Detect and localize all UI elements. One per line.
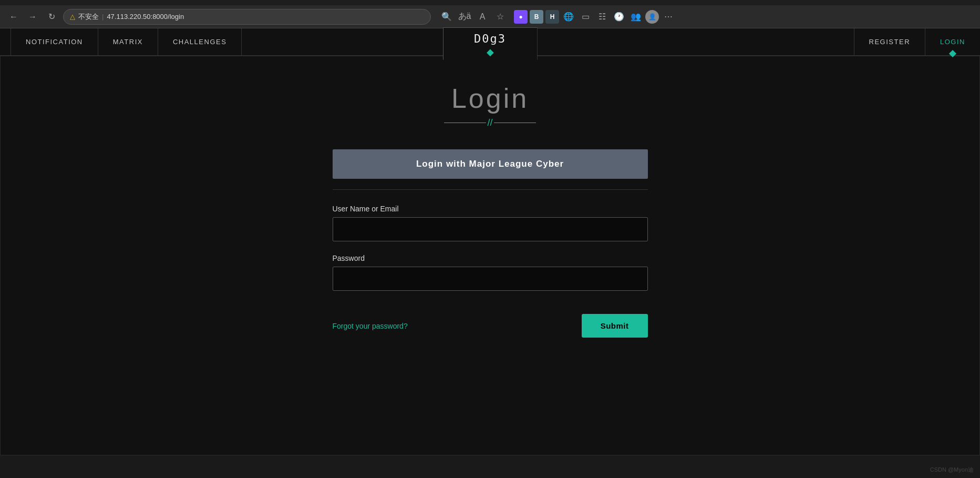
more-options-icon[interactable]: ⋯ (661, 9, 676, 24)
ext-icon-globe[interactable]: 🌐 (561, 9, 576, 24)
logo-box: D0g3 ◆ (443, 27, 538, 74)
app-navbar: NOTIFICATION MATRIX CHALLENGES D0g3 ◆ RE… (0, 28, 980, 56)
ext-icon-b[interactable]: B (530, 10, 543, 24)
forward-button[interactable]: → (25, 9, 40, 24)
username-input[interactable] (333, 217, 648, 241)
user-avatar[interactable]: 👤 (645, 10, 659, 24)
browser-toolbar: 🔍 あä A ☆ (439, 9, 508, 24)
favorites-icon[interactable]: ☆ (493, 9, 508, 24)
reload-button[interactable]: ↻ (44, 9, 59, 24)
divider-line-right (494, 123, 536, 123)
username-group: User Name or Email (333, 205, 648, 241)
password-input[interactable] (333, 267, 648, 291)
extension-icons: ● B H 🌐 ▭ ☷ 🕐 👥 👤 ⋯ (514, 9, 676, 24)
divider-slash: // (486, 117, 493, 128)
password-group: Password (333, 254, 648, 291)
nav-notification[interactable]: NOTIFICATION (11, 28, 98, 56)
security-warning-text: 不安全 (78, 12, 99, 22)
ext-icon-history[interactable]: 🕐 (612, 9, 626, 24)
nav-login[interactable]: LOGIN (925, 28, 980, 56)
nav-right: REGISTER LOGIN (854, 28, 980, 56)
ext-icon-1[interactable]: ● (514, 10, 528, 24)
logo-container: D0g3 ◆ (443, 27, 538, 74)
nav-challenges[interactable]: CHALLENGES (158, 28, 242, 56)
forgot-password-link[interactable]: Forgot your password? (333, 322, 408, 330)
watermark: CSDN @Myon迪 (930, 466, 974, 474)
mlc-login-button[interactable]: Login with Major League Cyber (333, 149, 648, 179)
browser-tab-bar (0, 0, 980, 5)
form-divider (333, 189, 648, 190)
ext-icon-people[interactable]: 👥 (628, 9, 643, 24)
nav-matrix[interactable]: MATRIX (98, 28, 158, 56)
ext-icon-split[interactable]: ▭ (578, 9, 593, 24)
address-text: 47.113.220.50:8000/login (107, 13, 184, 21)
logo-diamond-icon: ◆ (458, 46, 522, 58)
divider-line-left (444, 123, 486, 123)
text-icon[interactable]: A (475, 9, 490, 24)
username-label: User Name or Email (333, 205, 648, 213)
back-button[interactable]: ← (6, 9, 21, 24)
form-container: Login with Major League Cyber User Name … (333, 149, 648, 338)
translate-icon[interactable]: あä (457, 9, 472, 24)
ext-icon-grid[interactable]: ☷ (595, 9, 610, 24)
address-bar[interactable]: △ 不安全 | 47.113.220.50:8000/login (63, 9, 431, 25)
main-content: Login // Login with Major League Cyber U… (0, 56, 980, 455)
submit-button[interactable]: Submit (582, 314, 648, 338)
password-label: Password (333, 254, 648, 262)
form-footer: Forgot your password? Submit (333, 314, 648, 338)
nav-register[interactable]: REGISTER (854, 28, 925, 56)
title-divider: // (444, 117, 535, 128)
ext-icon-h[interactable]: H (545, 10, 559, 24)
logo-text: D0g3 (458, 32, 522, 45)
security-warning-icon: △ (70, 13, 75, 21)
nav-left: NOTIFICATION MATRIX CHALLENGES (0, 28, 242, 56)
browser-chrome: ← → ↻ △ 不安全 | 47.113.220.50:8000/login 🔍… (0, 5, 980, 28)
search-icon[interactable]: 🔍 (439, 9, 454, 24)
page-title: Login (444, 83, 535, 114)
address-separator: | (102, 13, 104, 21)
page-title-section: Login // (444, 83, 535, 128)
